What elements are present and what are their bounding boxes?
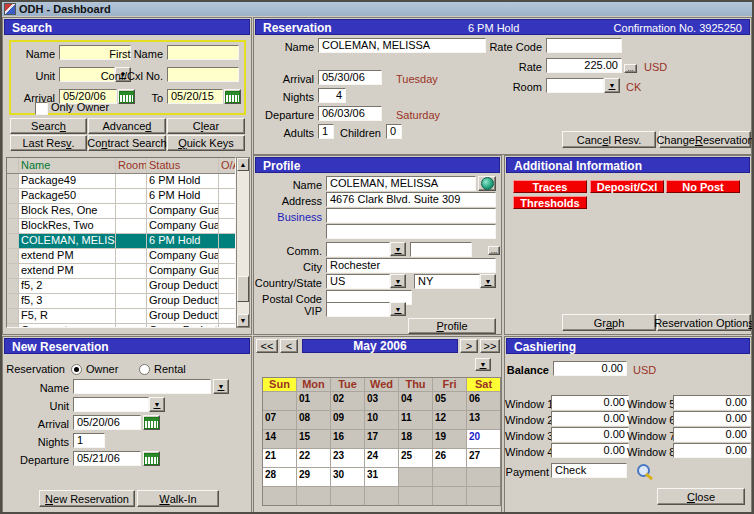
nights-input[interactable]: 4 (318, 88, 346, 103)
search-to-input[interactable]: 05/20/15 (167, 89, 223, 104)
calendar-day[interactable] (467, 487, 500, 505)
table-row[interactable]: extend PMCompany Guara (7, 249, 235, 264)
calendar-day[interactable]: 14 (263, 430, 296, 448)
comm-value-input[interactable] (410, 242, 472, 257)
prev-month-button[interactable]: < (280, 339, 298, 353)
newres-nights-input[interactable]: 1 (73, 433, 105, 448)
table-row[interactable]: extend PMCompany Guara (7, 264, 235, 279)
profile-globe-button[interactable] (478, 176, 496, 191)
newres-arrival-calendar-button[interactable] (143, 415, 160, 430)
address-input[interactable]: 4676 Clark Blvd. Suite 309 (326, 192, 496, 207)
state-combo-button[interactable]: ▼ (480, 274, 496, 288)
calendar-day[interactable]: 08 (297, 411, 330, 429)
adults-input[interactable]: 1 (318, 124, 334, 139)
reservation-options-button[interactable]: Reservation Options (657, 314, 751, 331)
table-row-selected[interactable]: COLEMAN, MELISSA6 PM Hold (7, 234, 235, 249)
table-row[interactable]: Package496 PM Hold (7, 174, 235, 189)
calendar-day[interactable]: 07 (263, 411, 296, 429)
balance-input[interactable]: 0.00 (553, 361, 627, 376)
window-2-input[interactable]: 0.00 (551, 411, 629, 426)
calendar-day[interactable] (263, 392, 296, 410)
comm-ellipsis-button[interactable]: ... (488, 246, 500, 255)
res-departure-input[interactable]: 06/03/06 (318, 106, 382, 121)
scroll-down-button[interactable]: ▼ (237, 314, 249, 327)
only-owner-checkbox[interactable] (35, 102, 48, 115)
calendar-day[interactable] (263, 487, 296, 505)
calendar-day[interactable]: 22 (297, 449, 330, 467)
room-combo-button[interactable]: ▼ (604, 78, 620, 93)
title-bar[interactable]: ODH - Dashboard (2, 2, 752, 16)
res-arrival-input[interactable]: 05/30/06 (318, 70, 382, 85)
table-row[interactable]: Package506 PM Hold (7, 189, 235, 204)
calendar-day[interactable]: 11 (399, 411, 432, 429)
window-5-input[interactable]: 0.00 (673, 395, 751, 410)
children-input[interactable]: 0 (386, 124, 402, 139)
window-3-input[interactable]: 0.00 (551, 427, 629, 442)
calendar-day[interactable]: 28 (263, 468, 296, 486)
walk-in-button[interactable]: Walk-In (137, 490, 219, 507)
advanced-button[interactable]: Advanced (88, 118, 166, 134)
city-input[interactable]: Rochester (326, 258, 496, 273)
calendar-day[interactable]: 04 (399, 392, 432, 410)
calendar-day[interactable] (467, 468, 500, 486)
comm-combo-button[interactable]: ▼ (390, 242, 406, 256)
table-row[interactable]: F5, RGroup Deduct (7, 309, 235, 324)
owner-radio[interactable] (71, 364, 82, 375)
vip-input[interactable] (326, 302, 390, 317)
change-reservation-button[interactable]: Change Reservation (659, 131, 751, 148)
window-1-input[interactable]: 0.00 (551, 395, 629, 410)
calendar-day[interactable] (331, 487, 364, 505)
calendar-day[interactable]: 16 (331, 430, 364, 448)
window-8-input[interactable]: 0.00 (673, 443, 751, 458)
contract-search-button[interactable]: Contract Search (88, 135, 166, 151)
profile-name-input[interactable]: COLEMAN, MELISSA (326, 176, 476, 191)
calendar-day[interactable]: 23 (331, 449, 364, 467)
rate-ellipsis-button[interactable]: ... (624, 64, 637, 73)
thresholds-lamp[interactable]: Thresholds (513, 196, 587, 209)
to-calendar-button[interactable] (224, 89, 241, 104)
newres-unit-combo-button[interactable]: ▼ (149, 397, 165, 412)
table-row[interactable]: Group rateGroup Deduct (7, 324, 235, 328)
calendar-day[interactable] (399, 468, 432, 486)
country-combo-button[interactable]: ▼ (390, 274, 406, 288)
calendar-day[interactable]: 10 (365, 411, 398, 429)
calendar-day[interactable]: 06 (467, 392, 500, 410)
calendar-day[interactable]: 26 (433, 449, 466, 467)
table-row[interactable]: Block Res, OneCompany Guara (7, 204, 235, 219)
last-resv-button[interactable]: Last Resv. (10, 135, 87, 151)
newres-arrival-input[interactable]: 05/20/06 (73, 415, 141, 430)
calendar-day[interactable] (365, 487, 398, 505)
business-input[interactable] (326, 208, 496, 223)
table-row[interactable]: BlockRes, TwoCompany Guara (7, 219, 235, 234)
calendar-day[interactable]: 24 (365, 449, 398, 467)
newres-departure-input[interactable]: 05/21/06 (73, 451, 141, 466)
calendar-day[interactable]: 27 (467, 449, 500, 467)
cancel-resv-button[interactable]: Cancel Resv. (562, 131, 656, 148)
newres-departure-calendar-button[interactable] (143, 451, 160, 466)
calendar-day[interactable] (297, 487, 330, 505)
next-month-button[interactable]: > (460, 339, 478, 353)
profile-button[interactable]: Profile (408, 318, 496, 334)
quick-keys-button[interactable]: Quick Keys (167, 135, 245, 151)
deposit-cxl-lamp[interactable]: Deposit/Cxl (590, 180, 664, 193)
calendar-day[interactable]: 17 (365, 430, 398, 448)
new-reservation-button[interactable]: New Reservation (39, 490, 135, 507)
calendar-day[interactable] (433, 468, 466, 486)
calendar-day[interactable]: 09 (331, 411, 364, 429)
newres-unit-input[interactable] (73, 397, 149, 412)
payment-input[interactable]: Check (551, 463, 627, 478)
no-post-lamp[interactable]: No Post (666, 180, 740, 193)
calendar-day[interactable]: 25 (399, 449, 432, 467)
prev-year-button[interactable]: << (256, 339, 278, 353)
calendar-day[interactable]: 30 (331, 468, 364, 486)
scrollbar-thumb[interactable] (237, 276, 249, 302)
rate-code-input[interactable] (546, 38, 622, 53)
calendar-day[interactable]: 03 (365, 392, 398, 410)
clear-button[interactable]: Clear (167, 118, 245, 134)
col-header-room[interactable]: Room (116, 158, 147, 173)
window-7-input[interactable]: 0.00 (673, 427, 751, 442)
address2-input[interactable] (326, 224, 496, 239)
rental-radio[interactable] (139, 364, 150, 375)
rate-input[interactable]: 225.00 (546, 58, 622, 73)
calendar-day[interactable] (399, 487, 432, 505)
